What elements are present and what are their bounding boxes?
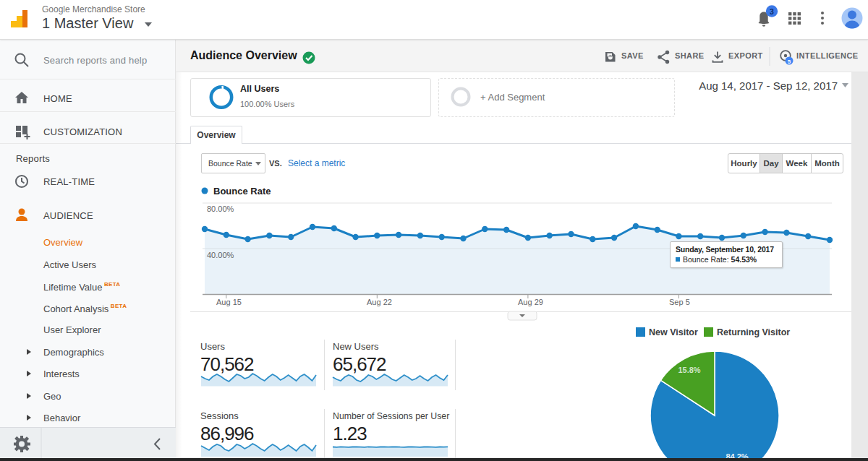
- svg-text:3: 3: [770, 7, 774, 16]
- svg-text:5: 5: [788, 59, 791, 65]
